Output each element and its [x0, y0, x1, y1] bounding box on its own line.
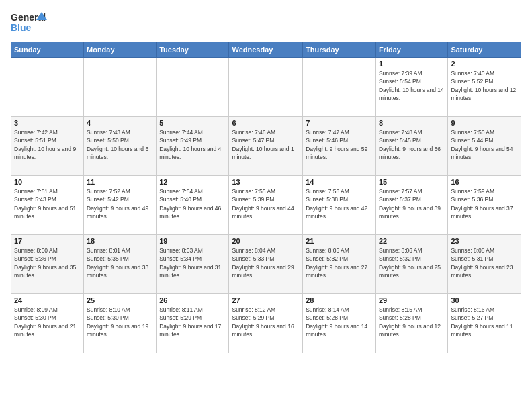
day-number: 4 — [87, 119, 153, 127]
calendar-day-cell: 7Sunrise: 7:47 AMSunset: 5:46 PMDaylight… — [303, 117, 376, 176]
day-number: 10 — [14, 178, 81, 186]
day-number: 11 — [87, 178, 153, 186]
calendar-week-row: 3Sunrise: 7:42 AMSunset: 5:51 PMDaylight… — [11, 117, 521, 176]
weekday-header-wednesday: Wednesday — [229, 42, 303, 58]
day-number: 25 — [87, 296, 153, 304]
day-info: Sunrise: 8:06 AMSunset: 5:32 PMDaylight:… — [379, 246, 445, 279]
day-info: Sunrise: 7:56 AMSunset: 5:38 PMDaylight:… — [306, 187, 373, 220]
day-number: 9 — [451, 119, 518, 127]
logo: General Blue — [11, 11, 48, 36]
day-number: 20 — [232, 237, 300, 245]
day-number: 7 — [306, 119, 373, 127]
day-number: 12 — [159, 178, 226, 186]
day-info: Sunrise: 8:10 AMSunset: 5:30 PMDaylight:… — [87, 306, 153, 338]
day-number: 3 — [14, 119, 81, 127]
day-number: 30 — [451, 296, 518, 304]
calendar-day-cell: 9Sunrise: 7:50 AMSunset: 5:44 PMDaylight… — [448, 117, 521, 176]
calendar-week-row: 17Sunrise: 8:00 AMSunset: 5:36 PMDayligh… — [11, 235, 521, 294]
day-info: Sunrise: 8:03 AMSunset: 5:34 PMDaylight:… — [159, 246, 226, 279]
day-info: Sunrise: 7:46 AMSunset: 5:47 PMDaylight:… — [232, 128, 300, 161]
day-number: 23 — [451, 237, 518, 245]
calendar-day-cell: 13Sunrise: 7:55 AMSunset: 5:39 PMDayligh… — [229, 176, 303, 235]
day-info: Sunrise: 8:09 AMSunset: 5:30 PMDaylight:… — [14, 306, 81, 338]
calendar-day-cell: 28Sunrise: 8:14 AMSunset: 5:28 PMDayligh… — [303, 294, 376, 353]
calendar-day-cell: 21Sunrise: 8:05 AMSunset: 5:32 PMDayligh… — [303, 235, 376, 294]
calendar-day-cell: 26Sunrise: 8:11 AMSunset: 5:29 PMDayligh… — [157, 294, 229, 353]
calendar-week-row: 24Sunrise: 8:09 AMSunset: 5:30 PMDayligh… — [11, 294, 521, 353]
day-number: 21 — [306, 237, 373, 245]
day-number: 26 — [159, 296, 226, 304]
day-info: Sunrise: 7:44 AMSunset: 5:49 PMDaylight:… — [159, 128, 226, 161]
day-number: 6 — [232, 119, 300, 127]
calendar-day-cell: 22Sunrise: 8:06 AMSunset: 5:32 PMDayligh… — [375, 235, 447, 294]
day-number: 15 — [379, 178, 445, 186]
weekday-header-monday: Monday — [84, 42, 157, 58]
day-info: Sunrise: 8:12 AMSunset: 5:29 PMDaylight:… — [232, 306, 300, 338]
calendar-day-cell: 20Sunrise: 8:04 AMSunset: 5:33 PMDayligh… — [229, 235, 303, 294]
calendar-day-cell — [11, 58, 84, 117]
day-info: Sunrise: 8:00 AMSunset: 5:36 PMDaylight:… — [14, 246, 81, 279]
day-number: 13 — [232, 178, 300, 186]
calendar-page: General Blue SundayMondayTuesdayWednesda… — [0, 0, 532, 411]
day-info: Sunrise: 8:04 AMSunset: 5:33 PMDaylight:… — [232, 246, 300, 279]
day-info: Sunrise: 7:51 AMSunset: 5:43 PMDaylight:… — [14, 187, 81, 220]
calendar-day-cell: 30Sunrise: 8:16 AMSunset: 5:27 PMDayligh… — [448, 294, 521, 353]
day-info: Sunrise: 8:16 AMSunset: 5:27 PMDaylight:… — [451, 306, 518, 338]
calendar-day-cell: 14Sunrise: 7:56 AMSunset: 5:38 PMDayligh… — [303, 176, 376, 235]
calendar-day-cell: 4Sunrise: 7:43 AMSunset: 5:50 PMDaylight… — [84, 117, 157, 176]
weekday-header-saturday: Saturday — [448, 42, 521, 58]
calendar-day-cell: 18Sunrise: 8:01 AMSunset: 5:35 PMDayligh… — [84, 235, 157, 294]
day-number: 8 — [379, 119, 445, 127]
day-number: 18 — [87, 237, 153, 245]
day-number: 27 — [232, 296, 300, 304]
day-number: 29 — [379, 296, 445, 304]
day-info: Sunrise: 7:57 AMSunset: 5:37 PMDaylight:… — [379, 187, 445, 220]
logo-svg: General Blue — [11, 11, 48, 36]
calendar-day-cell — [229, 58, 303, 117]
calendar-day-cell: 10Sunrise: 7:51 AMSunset: 5:43 PMDayligh… — [11, 176, 84, 235]
day-info: Sunrise: 7:39 AMSunset: 5:54 PMDaylight:… — [379, 69, 445, 102]
calendar-day-cell: 8Sunrise: 7:48 AMSunset: 5:45 PMDaylight… — [375, 117, 447, 176]
day-info: Sunrise: 7:43 AMSunset: 5:50 PMDaylight:… — [87, 128, 153, 161]
calendar-day-cell: 29Sunrise: 8:15 AMSunset: 5:28 PMDayligh… — [375, 294, 447, 353]
day-number: 19 — [159, 237, 226, 245]
page-header: General Blue — [11, 11, 521, 36]
day-info: Sunrise: 7:59 AMSunset: 5:36 PMDaylight:… — [451, 187, 518, 220]
calendar-day-cell: 19Sunrise: 8:03 AMSunset: 5:34 PMDayligh… — [157, 235, 229, 294]
day-number: 24 — [14, 296, 81, 304]
day-number: 17 — [14, 237, 81, 245]
calendar-day-cell — [157, 58, 229, 117]
day-info: Sunrise: 8:01 AMSunset: 5:35 PMDaylight:… — [87, 246, 153, 279]
day-info: Sunrise: 8:08 AMSunset: 5:31 PMDaylight:… — [451, 246, 518, 279]
day-info: Sunrise: 7:40 AMSunset: 5:52 PMDaylight:… — [451, 69, 518, 102]
calendar-day-cell: 17Sunrise: 8:00 AMSunset: 5:36 PMDayligh… — [11, 235, 84, 294]
day-info: Sunrise: 7:52 AMSunset: 5:42 PMDaylight:… — [87, 187, 153, 220]
calendar-day-cell: 24Sunrise: 8:09 AMSunset: 5:30 PMDayligh… — [11, 294, 84, 353]
day-number: 16 — [451, 178, 518, 186]
calendar-day-cell: 16Sunrise: 7:59 AMSunset: 5:36 PMDayligh… — [448, 176, 521, 235]
weekday-header-thursday: Thursday — [303, 42, 376, 58]
weekday-header-sunday: Sunday — [11, 42, 84, 58]
svg-text:Blue: Blue — [11, 22, 32, 33]
weekday-header-friday: Friday — [375, 42, 447, 58]
calendar-day-cell: 12Sunrise: 7:54 AMSunset: 5:40 PMDayligh… — [157, 176, 229, 235]
calendar-day-cell: 1Sunrise: 7:39 AMSunset: 5:54 PMDaylight… — [375, 58, 447, 117]
calendar-table: SundayMondayTuesdayWednesdayThursdayFrid… — [11, 42, 521, 353]
calendar-day-cell: 25Sunrise: 8:10 AMSunset: 5:30 PMDayligh… — [84, 294, 157, 353]
calendar-day-cell — [303, 58, 376, 117]
calendar-day-cell: 6Sunrise: 7:46 AMSunset: 5:47 PMDaylight… — [229, 117, 303, 176]
day-info: Sunrise: 8:11 AMSunset: 5:29 PMDaylight:… — [159, 306, 226, 338]
day-info: Sunrise: 7:50 AMSunset: 5:44 PMDaylight:… — [451, 128, 518, 161]
day-info: Sunrise: 7:42 AMSunset: 5:51 PMDaylight:… — [14, 128, 81, 161]
day-number: 14 — [306, 178, 373, 186]
calendar-day-cell: 5Sunrise: 7:44 AMSunset: 5:49 PMDaylight… — [157, 117, 229, 176]
weekday-header-tuesday: Tuesday — [157, 42, 229, 58]
calendar-day-cell: 23Sunrise: 8:08 AMSunset: 5:31 PMDayligh… — [448, 235, 521, 294]
calendar-day-cell: 15Sunrise: 7:57 AMSunset: 5:37 PMDayligh… — [375, 176, 447, 235]
calendar-day-cell — [84, 58, 157, 117]
calendar-day-cell: 27Sunrise: 8:12 AMSunset: 5:29 PMDayligh… — [229, 294, 303, 353]
calendar-day-cell: 3Sunrise: 7:42 AMSunset: 5:51 PMDaylight… — [11, 117, 84, 176]
calendar-week-row: 1Sunrise: 7:39 AMSunset: 5:54 PMDaylight… — [11, 58, 521, 117]
day-number: 22 — [379, 237, 445, 245]
calendar-day-cell: 11Sunrise: 7:52 AMSunset: 5:42 PMDayligh… — [84, 176, 157, 235]
